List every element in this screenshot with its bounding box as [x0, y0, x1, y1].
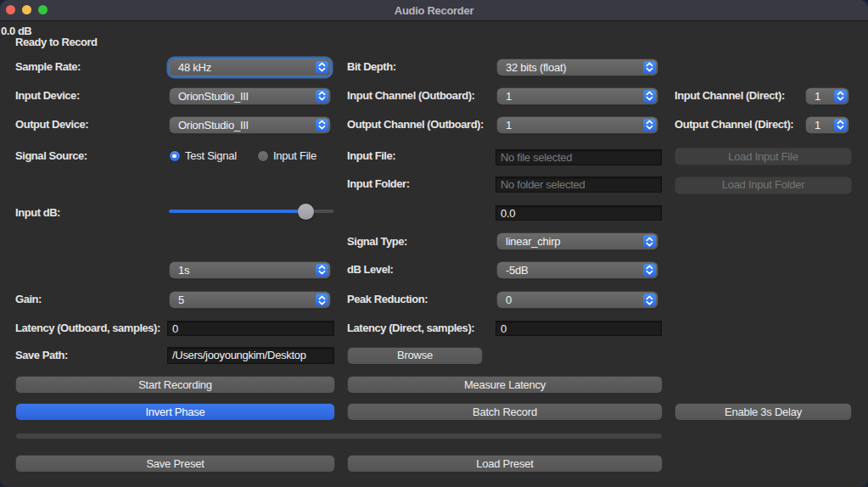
output-device-label: Output Device: [15, 116, 88, 133]
input-file-radio-label: Input File [273, 148, 316, 165]
popup-chevrons-icon [643, 61, 656, 74]
db-level-label: dB Level: [347, 261, 393, 278]
popup-chevrons-icon [643, 235, 656, 248]
output-channel-outboard-dropdown[interactable]: 1 [497, 117, 658, 133]
measure-latency-button[interactable]: Measure Latency [348, 377, 662, 393]
popup-chevrons-icon [643, 294, 656, 306]
input-device-dropdown[interactable]: OrionStudio_III [170, 88, 330, 104]
input-folder-field[interactable]: No folder selected [496, 176, 662, 193]
bit-depth-label: Bit Depth: [347, 59, 396, 76]
test-signal-radio[interactable] [170, 151, 180, 161]
progress-bar [16, 434, 662, 439]
peak-reduction-dropdown[interactable]: 0 [497, 292, 658, 308]
peak-reduction-label: Peak Reduction: [347, 291, 428, 308]
db-level-dropdown[interactable]: -5dB [497, 262, 658, 278]
latency-direct-field[interactable]: 0 [496, 321, 662, 336]
test-signal-radio-label: Test Signal [185, 148, 237, 165]
input-device-label: Input Device: [15, 87, 80, 104]
input-folder-label: Input Folder: [347, 176, 410, 193]
popup-chevrons-icon [834, 90, 847, 103]
popup-chevrons-icon [316, 61, 328, 74]
sample-rate-label: Sample Rate: [15, 59, 81, 76]
bit-depth-dropdown[interactable]: 32 bits (float) [497, 59, 658, 76]
input-channel-direct-label: Input Channel (Direct): [675, 87, 785, 104]
invert-phase-button[interactable]: Invert Phase [16, 404, 334, 420]
load-input-file-button[interactable]: Load Input File [675, 148, 851, 165]
duration-dropdown[interactable]: 1s [170, 262, 330, 278]
output-device-dropdown[interactable]: OrionStudio_III [170, 117, 330, 133]
input-db-slider-fill [169, 210, 306, 213]
popup-chevrons-icon [316, 264, 328, 277]
status-text: Ready to Record [15, 34, 98, 51]
latency-direct-label: Latency (Direct, samples): [347, 320, 474, 337]
load-preset-button[interactable]: Load Preset [348, 456, 662, 472]
input-file-field[interactable]: No file selected [496, 149, 662, 165]
output-channel-direct-label: Output Channel (Direct): [675, 116, 793, 133]
input-db-slider-thumb[interactable] [298, 204, 314, 220]
popup-chevrons-icon [316, 119, 328, 132]
gain-label: Gain: [15, 291, 42, 308]
popup-chevrons-icon [643, 119, 656, 132]
latency-outboard-label: Latency (Outboard, samples): [15, 320, 160, 337]
gain-dropdown[interactable]: 5 [170, 292, 330, 308]
input-db-field[interactable]: 0.0 [496, 205, 662, 221]
save-path-label: Save Path: [15, 347, 68, 364]
title-bar: Audio Recorder [0, 0, 868, 21]
save-path-field[interactable]: /Users/jooyoungkim/Desktop [167, 347, 334, 364]
signal-type-label: Signal Type: [347, 233, 407, 250]
load-input-folder-button[interactable]: Load Input Folder [675, 177, 851, 193]
popup-chevrons-icon [834, 119, 847, 132]
input-file-label: Input File: [347, 148, 395, 165]
save-preset-button[interactable]: Save Preset [16, 456, 334, 472]
window-title: Audio Recorder [0, 0, 868, 20]
app-window: Audio Recorder 0.0 dB Ready to Record Sa… [0, 0, 868, 487]
sample-rate-dropdown[interactable]: 48 kHz [170, 59, 330, 76]
output-channel-outboard-label: Output Channel (Outboard): [347, 116, 484, 133]
signal-source-label: Signal Source: [15, 148, 87, 165]
popup-chevrons-icon [316, 90, 328, 103]
enable-3s-delay-button[interactable]: Enable 3s Delay [675, 404, 851, 420]
input-db-label: Input dB: [15, 204, 60, 221]
input-channel-direct-dropdown[interactable]: 1 [806, 88, 848, 104]
latency-outboard-field[interactable]: 0 [167, 321, 334, 336]
start-recording-button[interactable]: Start Recording [16, 377, 334, 393]
batch-record-button[interactable]: Batch Record [348, 404, 662, 420]
popup-chevrons-icon [643, 264, 656, 277]
input-file-radio[interactable] [258, 151, 268, 161]
popup-chevrons-icon [316, 294, 328, 306]
output-channel-direct-dropdown[interactable]: 1 [806, 117, 848, 133]
popup-chevrons-icon [643, 90, 656, 103]
browse-button[interactable]: Browse [348, 348, 482, 364]
signal-type-dropdown[interactable]: linear_chirp [497, 233, 658, 249]
input-channel-outboard-label: Input Channel (Outboard): [347, 87, 475, 104]
input-channel-outboard-dropdown[interactable]: 1 [497, 88, 658, 104]
